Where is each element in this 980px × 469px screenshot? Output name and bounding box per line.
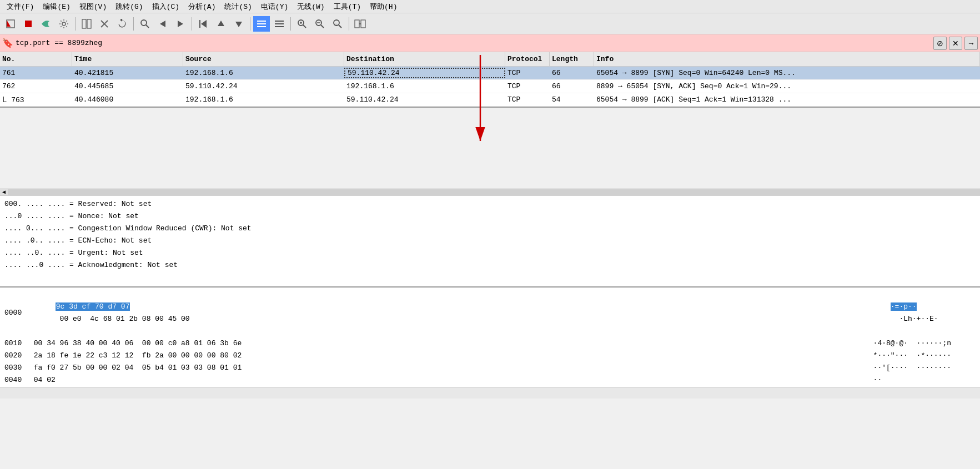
col-header-destination[interactable]: Destination: [344, 52, 505, 66]
svg-rect-33: [361, 20, 365, 28]
filter-apply-button[interactable]: →: [964, 37, 978, 50]
capture-options-button[interactable]: [56, 16, 72, 32]
menu-stats[interactable]: 统计(S): [220, 1, 256, 12]
prev-packet-button[interactable]: [154, 16, 171, 32]
zoom-in-button[interactable]: [294, 16, 310, 32]
start-capture-button[interactable]: [38, 16, 54, 32]
sep3: [192, 17, 192, 31]
sep1: [75, 17, 76, 31]
cell-time: 40.421815: [72, 69, 183, 77]
filter-input[interactable]: [16, 39, 933, 47]
svg-point-8: [141, 20, 147, 26]
details-line-4: .... .0.. .... = ECN-Echo: Not set: [4, 235, 976, 247]
svg-rect-5: [87, 19, 91, 28]
stop-capture-button[interactable]: [20, 16, 37, 32]
cell-source: 192.168.1.6: [183, 95, 344, 104]
reload-button[interactable]: [114, 16, 130, 32]
sep2: [133, 17, 134, 31]
hex-row-0040: 0040 04 02 ··: [4, 374, 976, 386]
horizontal-scrollbar[interactable]: ◀: [0, 188, 980, 196]
filter-clear-button[interactable]: ⊘: [933, 37, 947, 50]
cell-no: 761: [0, 69, 72, 77]
menu-tools[interactable]: 工具(T): [329, 1, 365, 12]
scrollbar-track[interactable]: [8, 189, 980, 195]
cell-info: 65054 → 8899 [ACK] Seq=1 Ack=1 Win=13132…: [594, 95, 980, 104]
filter-bookmark-icon[interactable]: 🔖: [2, 38, 13, 49]
cell-length: 54: [550, 95, 594, 104]
col-header-source[interactable]: Source: [183, 52, 344, 66]
goto-next-button[interactable]: [230, 16, 247, 32]
cell-time: 40.446080: [72, 95, 183, 104]
next-packet-button[interactable]: [172, 16, 189, 32]
menu-file[interactable]: 文件(F): [2, 1, 38, 12]
svg-line-25: [303, 25, 306, 28]
menu-view[interactable]: 视图(V): [75, 1, 111, 12]
svg-marker-1: [7, 20, 11, 27]
table-row[interactable]: 761 40.421815 192.168.1.6 59.110.42.24 T…: [0, 67, 980, 80]
columns-button[interactable]: [78, 16, 95, 32]
goto-first-button[interactable]: [195, 16, 212, 32]
hex-offset: 0000: [4, 307, 29, 319]
menu-help[interactable]: 帮助(H): [365, 1, 401, 12]
menu-wireless[interactable]: 无线(W): [293, 1, 329, 12]
details-line-5: .... ..0. .... = Urgent: Not set: [4, 247, 976, 259]
hex-bytes: 9c 3d cf 70 d7 07 00 e0 4c 68 01 2b 08 0…: [29, 289, 865, 337]
zoom-reset-button[interactable]: =: [329, 16, 346, 32]
col-header-time[interactable]: Time: [72, 52, 183, 66]
scroll-left-arrow[interactable]: ◀: [0, 188, 8, 196]
find-packet-button[interactable]: [137, 16, 153, 32]
filter-close-button[interactable]: ✕: [949, 37, 962, 50]
details-line-1: 000. .... .... = Reserved: Not set: [4, 198, 976, 210]
sep5: [290, 17, 291, 31]
svg-marker-14: [218, 21, 224, 26]
col-header-info[interactable]: Info: [594, 52, 980, 66]
svg-line-31: [339, 25, 341, 28]
menu-analyze[interactable]: 分析(A): [184, 1, 220, 12]
packet-list-header: No. Time Source Destination Protocol Len…: [0, 52, 980, 67]
details-line-6: .... ...0 .... = Acknowledgment: Not set: [4, 259, 976, 271]
cell-length: 66: [550, 69, 594, 77]
new-file-button[interactable]: [2, 16, 19, 32]
hex-offset: 0030: [4, 362, 29, 374]
col-header-length[interactable]: Length: [550, 52, 594, 66]
cell-info: 65054 → 8899 [SYN] Seq=0 Win=64240 Len=0…: [594, 69, 980, 77]
cell-info: 8899 → 65054 [SYN, ACK] Seq=0 Ack=1 Win=…: [594, 82, 980, 90]
hex-offset: 0040: [4, 374, 29, 386]
table-row[interactable]: L 763 40.446080 192.168.1.6 59.110.42.24…: [0, 93, 980, 107]
menubar: 文件(F) 编辑(E) 视图(V) 跳转(G) 插入(C) 分析(A) 统计(S…: [0, 0, 980, 13]
cell-destination: 192.168.1.6: [344, 82, 505, 90]
hex-bytes: 04 02: [29, 374, 865, 386]
svg-point-3: [62, 22, 66, 26]
goto-prev-button[interactable]: [213, 16, 229, 32]
col-header-no[interactable]: No.: [0, 52, 72, 66]
zoom-out-button[interactable]: [311, 16, 328, 32]
hex-highlighted-bytes: 9c 3d cf 70 d7 07: [56, 302, 130, 311]
col-header-protocol[interactable]: Protocol: [505, 52, 550, 66]
cell-destination: 59.110.42.24: [344, 68, 505, 78]
colorize-button[interactable]: [253, 16, 270, 32]
table-row[interactable]: 762 40.445685 59.110.42.24 192.168.1.6 T…: [0, 80, 980, 93]
cell-source: 59.110.42.24: [183, 82, 344, 90]
toolbar: =: [0, 13, 980, 34]
filter-button[interactable]: [271, 16, 288, 32]
svg-marker-15: [235, 22, 242, 27]
sep6: [349, 17, 349, 31]
svg-line-9: [146, 25, 149, 28]
svg-text:=: =: [335, 21, 338, 26]
details-line-3: .... 0... .... = Congestion Window Reduc…: [4, 223, 976, 235]
filter-actions: ⊘ ✕ →: [933, 37, 978, 50]
cell-source: 192.168.1.6: [183, 69, 344, 77]
menu-goto[interactable]: 跳转(G): [111, 1, 147, 12]
status-bar: [0, 387, 980, 399]
hex-ascii: ·=·p·· ·Lh·+··E·: [865, 289, 976, 337]
details-line-2: ...0 .... .... = Nonce: Not set: [4, 210, 976, 223]
hex-row-0010: 0010 00 34 96 38 40 00 40 06 00 00 c0 a8…: [4, 337, 976, 350]
hex-row-0020: 0020 2a 18 fe 1e 22 c3 12 12 fb 2a 00 00…: [4, 350, 976, 362]
svg-rect-32: [355, 20, 359, 28]
menu-telephony[interactable]: 电话(Y): [257, 1, 293, 12]
resize-columns-button[interactable]: [352, 16, 369, 32]
menu-edit[interactable]: 编辑(E): [38, 1, 74, 12]
menu-insert[interactable]: 插入(C): [148, 1, 184, 12]
delete-button[interactable]: [96, 16, 113, 32]
packet-list: No. Time Source Destination Protocol Len…: [0, 52, 980, 108]
